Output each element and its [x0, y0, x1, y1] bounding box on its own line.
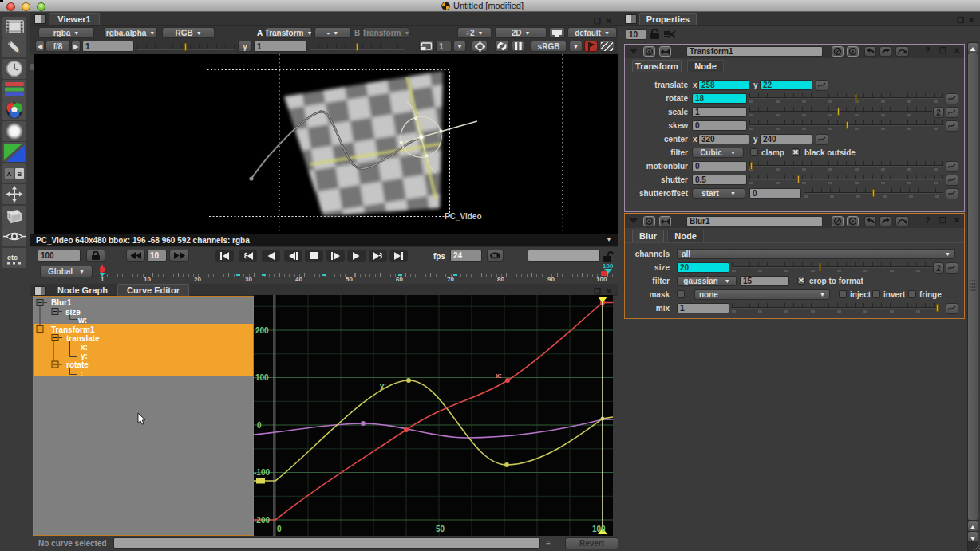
- svg-text:0: 0: [277, 525, 282, 533]
- svg-text::: :: [81, 369, 83, 378]
- svg-text:50: 50: [436, 525, 445, 533]
- svg-text:y:: y:: [380, 382, 386, 390]
- svg-text:-200: -200: [254, 516, 270, 525]
- svg-text:B: B: [18, 171, 22, 178]
- svg-text:200: 200: [255, 326, 269, 335]
- svg-text:translate: translate: [66, 334, 100, 343]
- svg-text:100: 100: [592, 525, 606, 533]
- svg-text:etc: etc: [7, 254, 18, 262]
- svg-text:Transform1: Transform1: [51, 325, 95, 334]
- svg-text:rotate: rotate: [66, 360, 89, 369]
- svg-text:-100: -100: [254, 468, 270, 477]
- svg-text:100: 100: [255, 373, 269, 382]
- svg-text:w:: w:: [77, 316, 87, 325]
- svg-text:0: 0: [257, 421, 262, 430]
- svg-text:Blur1: Blur1: [51, 298, 72, 307]
- svg-text:A: A: [7, 171, 12, 178]
- svg-text:PC_Video: PC_Video: [445, 212, 482, 221]
- svg-text:x:: x:: [81, 343, 88, 352]
- svg-text:x:: x:: [496, 372, 502, 380]
- svg-text:y:: y:: [81, 352, 88, 360]
